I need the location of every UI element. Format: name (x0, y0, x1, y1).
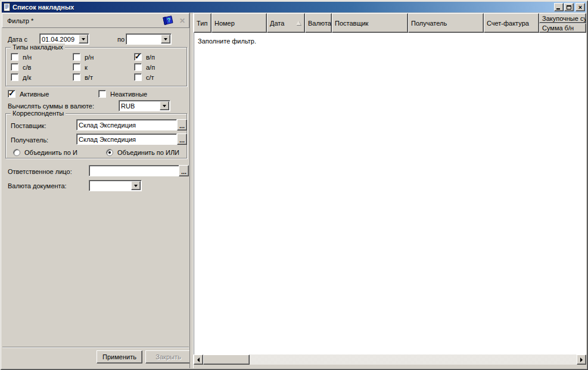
apply-button-label: Применить (102, 353, 136, 360)
type-label-v-t: в/т (85, 74, 93, 81)
column-header-date[interactable]: Дата (267, 13, 305, 33)
supplier-value: Склад Экспедиция (77, 122, 136, 129)
responsible-label: Ответственное лицо: (8, 168, 72, 175)
invoice-types-group: Типы накладных п/н р/н в/п с/в к а/п д/к… (5, 47, 187, 86)
filter-close-icon[interactable]: ✕ (179, 17, 185, 25)
invoice-table-panel: Тип Номер Дата Валюта Поставщик Получате… (194, 13, 586, 368)
join-and-radio[interactable] (13, 149, 20, 156)
empty-filter-message: Заполните фильтр. (198, 38, 256, 45)
window-title: Список накладных (13, 4, 74, 11)
chevron-down-icon (82, 38, 85, 41)
panel-splitter[interactable] (189, 13, 194, 368)
filter-panel: Фильтр * ? ✕ Дата с 01.04.2009 по (2, 13, 189, 368)
minimize-button[interactable] (554, 3, 564, 11)
type-checkbox-r-n[interactable] (73, 53, 80, 61)
column-header-label: Счет-фактура (487, 20, 529, 27)
date-to-combobox[interactable] (126, 33, 172, 45)
active-checkbox[interactable] (8, 90, 15, 98)
column-header-label: Дата (270, 20, 284, 27)
column-header-type[interactable]: Тип (194, 13, 211, 33)
column-header-currency[interactable]: Валюта (305, 13, 332, 33)
scroll-right-button[interactable] (577, 355, 586, 365)
column-header-label: Поставщик (335, 20, 368, 27)
table-body[interactable]: Заполните фильтр. (194, 33, 586, 355)
close-filter-button-label: Закрыть (155, 353, 181, 360)
date-to-dropdown-button[interactable] (161, 35, 170, 43)
column-group-purchase-sums: Закупочные су Сумма б/н (539, 13, 586, 33)
type-label-p-n: п/н (23, 54, 32, 61)
join-and-label: Объединить по И (24, 149, 77, 156)
client-area: Фильтр * ? ✕ Дата с 01.04.2009 по (2, 13, 586, 368)
horizontal-scrollbar[interactable] (194, 355, 586, 365)
receiver-field[interactable]: Склад Экспедиция (76, 133, 177, 145)
chevron-down-icon (163, 105, 166, 107)
supplier-browse-button[interactable]: ... (177, 119, 187, 130)
table-header-row: Тип Номер Дата Валюта Поставщик Получате… (194, 13, 586, 33)
help-book-icon[interactable]: ? (162, 15, 174, 26)
calc-currency-label: Вычислять суммы в валюте: (8, 102, 94, 110)
type-label-v-p: в/п (146, 54, 155, 61)
column-header-purchase-sums[interactable]: Закупочные су (539, 13, 586, 23)
type-checkbox-k[interactable] (73, 63, 80, 71)
calc-currency-dropdown-button[interactable] (160, 101, 169, 110)
apply-button[interactable]: Применить (97, 350, 142, 363)
type-checkbox-v-t[interactable] (73, 73, 80, 81)
supplier-field[interactable]: Склад Экспедиция (76, 119, 177, 130)
receiver-browse-button[interactable]: ... (177, 133, 187, 145)
type-label-a-p: а/п (146, 64, 155, 71)
column-header-supplier[interactable]: Поставщик (332, 13, 408, 33)
maximize-icon (567, 5, 571, 10)
correspondents-group-title: Корреспонденты (11, 110, 66, 117)
minimize-icon (556, 8, 560, 10)
scrollbar-thumb[interactable] (203, 355, 250, 365)
date-from-label: Дата с (8, 36, 27, 43)
maximize-button[interactable] (564, 3, 574, 11)
type-label-s-t: с/т (146, 74, 154, 81)
close-icon: × (578, 4, 582, 10)
type-checkbox-p-n[interactable] (11, 53, 18, 61)
type-checkbox-s-t[interactable] (134, 73, 142, 81)
arrow-left-icon (197, 357, 200, 362)
supplier-label: Поставщик: (11, 122, 46, 129)
column-header-label: Номер (214, 20, 235, 27)
responsible-browse-button[interactable]: ... (179, 165, 189, 176)
arrow-right-icon (580, 357, 583, 362)
close-filter-button[interactable]: Закрыть (145, 350, 191, 363)
column-header-label: Получатель (411, 20, 447, 27)
column-header-number[interactable]: Номер (211, 13, 267, 33)
type-checkbox-v-p[interactable] (134, 53, 142, 61)
title-bar: Список накладных × (2, 2, 586, 13)
scrollbar-track[interactable] (203, 355, 577, 365)
active-label: Активные (20, 91, 49, 98)
receiver-label: Получатель: (11, 136, 48, 144)
type-label-k: к (85, 64, 88, 71)
doc-currency-dropdown-button[interactable] (131, 181, 141, 190)
column-header-label: Сумма б/н (542, 24, 574, 32)
inactive-checkbox[interactable] (98, 90, 106, 98)
filter-panel-header: Фильтр * ? ✕ (2, 13, 189, 28)
column-header-label: Закупочные су (542, 15, 586, 22)
doc-currency-combobox[interactable] (89, 180, 142, 191)
invoice-list-window: Список накладных × Фильтр * ? ✕ (0, 0, 588, 370)
document-icon (3, 3, 11, 11)
calc-currency-value: RUB (119, 102, 135, 110)
window-controls: × (554, 3, 585, 11)
column-header-label: Тип (197, 20, 207, 27)
date-from-dropdown-button[interactable] (79, 35, 88, 43)
filter-title: Фильтр * (7, 17, 33, 24)
column-header-invoice[interactable]: Счет-фактура (484, 13, 539, 33)
close-button[interactable]: × (575, 3, 585, 11)
column-header-receiver[interactable]: Получатель (408, 13, 484, 33)
responsible-field[interactable] (89, 165, 179, 176)
join-or-label: Объединить по ИЛИ (117, 149, 179, 156)
type-checkbox-a-p[interactable] (134, 63, 142, 71)
footer-separator (2, 347, 189, 348)
sort-ascending-icon (296, 21, 301, 25)
scroll-left-button[interactable] (194, 355, 203, 365)
join-or-radio[interactable] (106, 149, 113, 156)
type-checkbox-s-v[interactable] (11, 63, 18, 71)
calc-currency-combobox[interactable]: RUB (119, 100, 170, 111)
date-from-value: 01.04.2009 (40, 36, 74, 43)
type-checkbox-d-k[interactable] (11, 73, 18, 81)
column-header-sum-bn[interactable]: Сумма б/н (539, 23, 586, 33)
